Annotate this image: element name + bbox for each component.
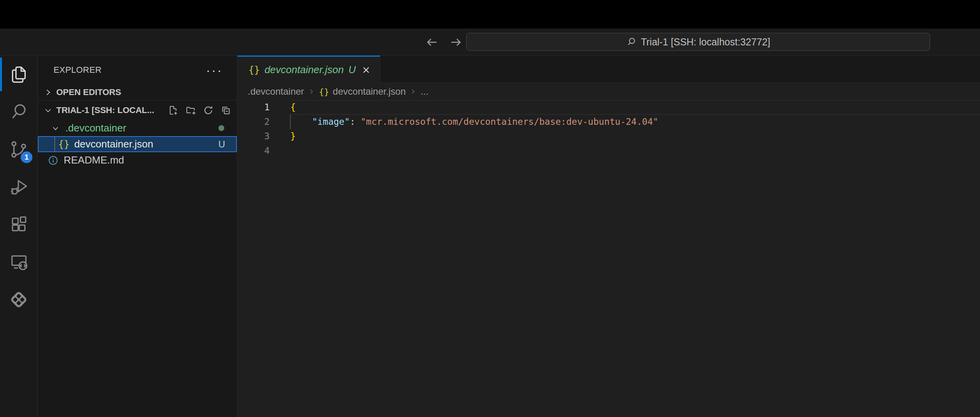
editor-group: {} devcontainer.json U .devcontainer {} …	[238, 56, 980, 417]
source-control-badge: 1	[21, 151, 32, 163]
extensions-icon	[9, 214, 29, 235]
line-number: 2	[238, 115, 270, 129]
tab-untracked-badge: U	[349, 64, 356, 76]
more-actions-button[interactable]: ···	[206, 66, 223, 74]
breadcrumb-file[interactable]: devcontainer.json	[333, 86, 406, 97]
refresh-button[interactable]	[203, 105, 214, 116]
tab-label: devcontainer.json	[265, 64, 344, 76]
selected-file-name: devcontainer.json	[74, 138, 153, 150]
arrow-left-icon	[425, 35, 439, 49]
code-token: {	[290, 102, 296, 112]
code-line-4[interactable]: 4	[238, 144, 980, 158]
sidebar-title: EXPLORER	[54, 65, 102, 75]
tab-devcontainer-json[interactable]: {} devcontainer.json U	[238, 56, 380, 83]
activity-bar: 1	[0, 56, 38, 417]
new-folder-button[interactable]	[185, 105, 196, 116]
chevron-down-icon	[51, 124, 60, 133]
open-editors-section[interactable]: OPEN EDITORS	[38, 84, 237, 101]
code-line-2[interactable]: 2 "image":"mcr.microsoft.com/devcontaine…	[238, 115, 980, 129]
line-number: 1	[238, 100, 270, 115]
chevron-down-icon	[43, 106, 53, 115]
readme-file-name: README.md	[64, 154, 124, 166]
workbench: 1	[0, 56, 980, 417]
chevron-right-icon	[43, 88, 53, 97]
breadcrumb-symbol[interactable]: ...	[420, 86, 428, 97]
code-editor[interactable]: 1 { 2 "image":"mcr.microsoft.com/devcont…	[238, 100, 980, 158]
line-number: 3	[238, 129, 270, 144]
search-icon	[9, 102, 29, 122]
breadcrumb-folder[interactable]: .devcontainer	[248, 86, 304, 97]
explorer-sidebar: EXPLORER ··· OPEN EDITORS TRIAL-1 [SSH: …	[38, 56, 237, 417]
open-editors-label: OPEN EDITORS	[56, 87, 121, 97]
tree-row-devcontainer-folder[interactable]: .devcontainer	[38, 120, 237, 136]
breadcrumb-separator-icon	[409, 88, 417, 95]
code-token: "mcr.microsoft.com/devcontainers/base:de…	[361, 117, 658, 127]
titlebar: Trial-1 [SSH: localhost:32772]	[0, 29, 980, 56]
indent-guide	[54, 136, 55, 152]
breadcrumb-separator-icon	[308, 88, 315, 95]
code-token: }	[290, 131, 296, 141]
command-center[interactable]: Trial-1 [SSH: localhost:32772]	[466, 33, 930, 51]
new-file-button[interactable]	[168, 105, 179, 116]
activity-tunnel-extension-button[interactable]	[0, 281, 38, 318]
run-debug-icon	[9, 177, 29, 197]
workspace-label: TRIAL-1 [SSH: LOCAL...	[56, 105, 154, 115]
tab-strip: {} devcontainer.json U	[238, 56, 980, 83]
git-untracked-badge: U	[218, 139, 237, 150]
sidebar-title-row: EXPLORER ···	[38, 56, 237, 84]
json-file-icon: {}	[249, 65, 260, 75]
back-arrow-button[interactable]	[424, 35, 439, 50]
tree-row-devcontainer-json[interactable]: {} devcontainer.json U	[38, 136, 237, 152]
remote-explorer-icon	[9, 252, 29, 272]
code-line-3[interactable]: 3 }	[238, 129, 980, 144]
arrow-right-icon	[449, 35, 463, 49]
collapse-all-button[interactable]	[220, 105, 231, 116]
activity-search-button[interactable]	[0, 93, 38, 131]
folder-name: .devcontainer	[65, 122, 126, 134]
modified-dot-icon	[218, 125, 224, 131]
code-line-1[interactable]: 1 {	[238, 100, 980, 115]
tab-close-button[interactable]	[360, 64, 372, 76]
activity-extensions-button[interactable]	[0, 206, 38, 243]
top-black-strip	[0, 0, 980, 29]
activity-source-control-button[interactable]: 1	[0, 131, 38, 168]
activity-explorer-button[interactable]	[0, 56, 38, 93]
command-center-text: Trial-1 [SSH: localhost:32772]	[641, 36, 770, 48]
tree-row-readme[interactable]: README.md	[38, 152, 237, 168]
breadcrumbs: .devcontainer {} devcontainer.json ...	[238, 83, 980, 100]
workspace-section[interactable]: TRIAL-1 [SSH: LOCAL...	[38, 101, 237, 120]
search-icon	[626, 36, 637, 47]
close-icon	[361, 65, 371, 75]
files-icon	[9, 64, 29, 84]
code-token: "image"	[312, 117, 350, 127]
code-token: :	[350, 117, 355, 127]
json-file-icon: {}	[319, 87, 329, 97]
info-file-icon	[47, 155, 59, 166]
file-tree: .devcontainer {} devcontainer.json U REA…	[38, 120, 237, 168]
workspace-actions	[168, 105, 237, 116]
json-file-icon: {}	[58, 139, 70, 150]
forward-arrow-button[interactable]	[449, 35, 463, 50]
diamond-extension-icon	[9, 289, 29, 310]
line-number: 4	[238, 144, 270, 158]
activity-run-debug-button[interactable]	[0, 168, 38, 206]
activity-remote-explorer-button[interactable]	[0, 243, 38, 281]
